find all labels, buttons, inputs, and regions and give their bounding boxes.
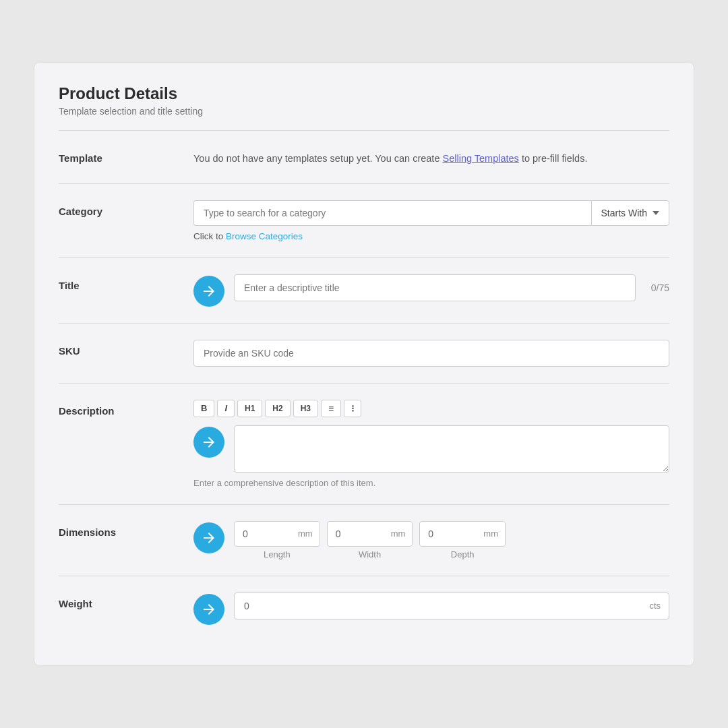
dimensions-inputs: mm Length mm Width mm [234, 521, 669, 559]
width-input[interactable] [328, 522, 388, 546]
chevron-down-icon [653, 211, 659, 215]
length-unit: mm [295, 522, 320, 545]
page-title: Product Details [59, 84, 669, 103]
title-row: Title 0/75 [59, 258, 669, 324]
dimensions-input-group: mm Length mm Width mm [193, 521, 669, 559]
weight-input[interactable] [235, 593, 646, 619]
template-control: You do not have any templates setup yet.… [193, 147, 669, 166]
title-input-group: 0/75 [193, 274, 669, 307]
category-label: Category [59, 200, 193, 217]
length-input[interactable] [235, 522, 295, 546]
starts-with-dropdown[interactable]: Starts With [591, 200, 669, 226]
browse-link-row: Click to Browse Categories [193, 231, 669, 241]
sku-input[interactable] [193, 340, 669, 367]
sku-control [193, 340, 669, 367]
depth-label: Depth [419, 549, 506, 559]
length-label: Length [234, 549, 320, 559]
weight-input-group: cts [193, 593, 669, 625]
title-label: Title [59, 274, 193, 291]
template-label: Template [59, 147, 193, 164]
title-input-wrap: 0/75 [234, 274, 669, 301]
weight-control: cts [193, 593, 669, 625]
ordered-list-button[interactable]: ≡ [321, 400, 341, 417]
depth-unit: mm [481, 522, 505, 545]
dimensions-arrow-icon [193, 522, 224, 553]
category-search-row: Starts With [193, 200, 669, 226]
sku-label: SKU [59, 340, 193, 357]
description-label: Description [59, 400, 193, 417]
description-row: Description B I H1 H2 H3 ≡ ⁝ Enter a com… [59, 384, 669, 505]
description-control: B I H1 H2 H3 ≡ ⁝ Enter a comprehensive d… [193, 400, 669, 488]
weight-unit: cts [646, 593, 669, 618]
h1-button[interactable]: H1 [237, 400, 262, 417]
description-arrow-icon [193, 427, 224, 458]
description-input-group [193, 425, 669, 473]
title-control: 0/75 [193, 274, 669, 307]
width-unit: mm [388, 522, 413, 545]
width-group: mm Width [327, 521, 413, 559]
depth-input-row: mm [419, 521, 506, 547]
h2-button[interactable]: H2 [265, 400, 290, 417]
dimensions-control: mm Length mm Width mm [193, 521, 669, 559]
weight-row: Weight cts [59, 576, 669, 641]
bold-button[interactable]: B [193, 400, 214, 417]
italic-button[interactable]: I [217, 400, 235, 417]
browse-categories-link[interactable]: Browse Categories [226, 231, 303, 241]
category-control: Starts With Click to Browse Categories [193, 200, 669, 241]
title-input[interactable] [234, 274, 636, 301]
description-toolbar: B I H1 H2 H3 ≡ ⁝ [193, 400, 669, 417]
weight-arrow-icon [193, 594, 224, 625]
depth-input[interactable] [420, 522, 481, 546]
char-count: 0/75 [642, 282, 669, 293]
template-row: Template You do not have any templates s… [59, 131, 669, 183]
template-message: You do not have any templates setup yet.… [193, 147, 669, 166]
weight-label: Weight [59, 593, 193, 609]
weight-input-row: cts [234, 593, 669, 619]
width-input-row: mm [327, 521, 413, 547]
h3-button[interactable]: H3 [293, 400, 318, 417]
category-search-input[interactable] [193, 200, 591, 226]
title-arrow-icon [193, 276, 224, 307]
dimensions-label: Dimensions [59, 521, 193, 538]
width-label: Width [327, 549, 413, 559]
dimensions-row: Dimensions mm Length [59, 505, 669, 576]
sku-row: SKU [59, 324, 669, 384]
length-group: mm Length [234, 521, 320, 559]
description-textarea[interactable] [234, 425, 669, 473]
category-row: Category Starts With Click to Browse Cat… [59, 184, 669, 258]
product-details-card: Product Details Template selection and t… [34, 62, 694, 665]
selling-templates-link[interactable]: Selling Templates [442, 153, 518, 164]
page-subtitle: Template selection and title setting [59, 106, 669, 117]
length-input-row: mm [234, 521, 320, 547]
description-hint: Enter a comprehensive description of thi… [193, 478, 669, 488]
unordered-list-button[interactable]: ⁝ [344, 400, 361, 417]
depth-group: mm Depth [419, 521, 506, 559]
